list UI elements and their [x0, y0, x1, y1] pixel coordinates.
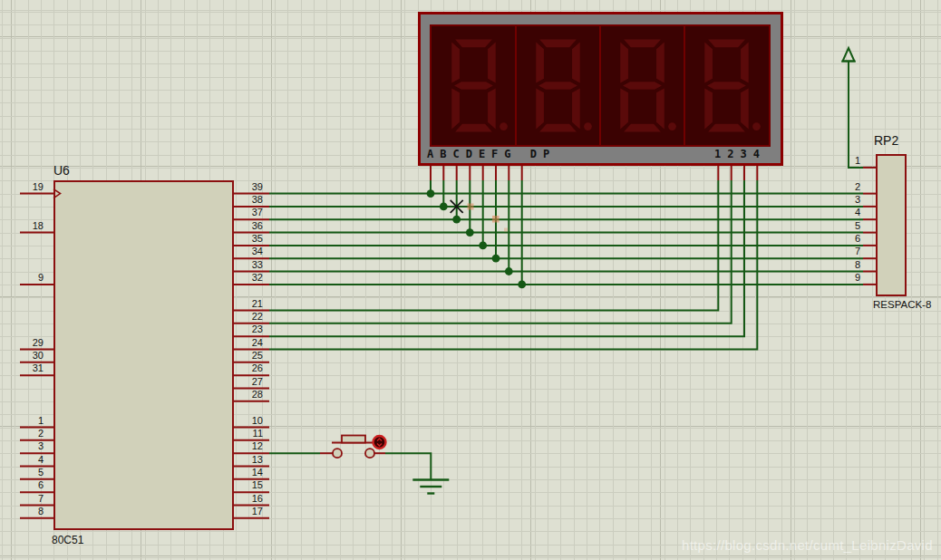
pin-number: 7	[830, 246, 860, 256]
pin-number: 5	[7, 467, 44, 478]
junction-dot	[427, 189, 435, 198]
pin-number: 9	[830, 272, 860, 283]
pin-number: 4	[830, 207, 860, 217]
pin-number: 9	[7, 272, 44, 283]
display-segment-labels: ABCDEFG DP	[427, 148, 556, 160]
clock-input-icon	[53, 189, 61, 198]
highlight-artifact	[468, 204, 474, 210]
pin-number: 1	[7, 415, 44, 426]
power-symbol[interactable]	[843, 48, 855, 62]
pin-number: 18	[7, 220, 44, 231]
mcu-part-label: 80C51	[52, 535, 83, 546]
junction-dot	[466, 228, 474, 237]
pin-number: 6	[7, 479, 44, 490]
pin-number: 13	[236, 454, 263, 465]
pin-number: 31	[7, 362, 44, 373]
button-contact[interactable]	[365, 449, 374, 458]
wiring-layer	[0, 0, 941, 560]
pin-number: 6	[830, 233, 860, 244]
pin-number: 14	[236, 467, 263, 478]
pin-number: 3	[830, 194, 860, 205]
pin-number: 3	[7, 440, 44, 451]
wire[interactable]	[849, 62, 863, 168]
junction-dot	[518, 281, 526, 289]
pin-number: 16	[236, 493, 263, 504]
pin-number: 24	[236, 337, 263, 348]
pin-number: 26	[236, 362, 263, 373]
pin-number: 30	[7, 350, 44, 361]
pin-number: 12	[236, 440, 263, 451]
junction-dot	[452, 216, 461, 224]
pin-number: 38	[236, 194, 263, 205]
pin-number: 15	[236, 479, 263, 490]
pin-number: 29	[7, 337, 44, 348]
pin-number: 23	[236, 323, 263, 334]
junction-dot	[479, 242, 487, 250]
button-cap[interactable]	[342, 436, 365, 443]
pin-number: 7	[7, 493, 44, 504]
watermark: https://blog.csdn.net/cumt_LeibnizDavid	[682, 537, 933, 553]
wire[interactable]	[385, 453, 431, 479]
pin-number: 11	[236, 428, 263, 439]
pin-number: 8	[7, 506, 44, 517]
respack-reference-label: RP2	[874, 134, 898, 148]
pin-number: 10	[236, 415, 263, 426]
pin-number: 5	[830, 220, 860, 231]
highlight-artifact	[504, 228, 508, 232]
pin-number: 36	[236, 220, 263, 231]
pin-number: 32	[236, 272, 263, 283]
highlight-artifact	[492, 216, 500, 223]
pin-number: 27	[236, 376, 263, 387]
pin-number: 21	[236, 298, 263, 309]
respack-part-label: RESPACK-8	[873, 299, 931, 311]
pin-number: 35	[236, 233, 263, 244]
pin-number: 17	[236, 506, 263, 517]
pin-number: 28	[236, 389, 263, 400]
button-contact[interactable]	[333, 449, 342, 458]
pin-number: 19	[7, 181, 44, 192]
pin-number: 8	[830, 259, 860, 270]
junction-dot	[505, 267, 513, 275]
mcu-reference-label: U6	[53, 164, 70, 178]
pin-number: 22	[236, 311, 263, 322]
pin-number: 2	[830, 181, 860, 192]
pin-number: 37	[236, 207, 263, 217]
schematic-canvas[interactable]: U6 80C51 ABCDEFG DP 1234 RP2 RESPACK-8 h…	[0, 0, 941, 560]
pin-number: 4	[7, 454, 44, 465]
pin-number: 39	[236, 181, 263, 192]
junction-dot	[440, 203, 448, 211]
wire[interactable]	[269, 180, 732, 323]
display-digit-select-labels: 1234	[714, 148, 766, 160]
pin-number: 1	[830, 155, 860, 166]
junction-dot	[492, 255, 500, 263]
pin-number: 34	[236, 246, 263, 256]
pin-number: 33	[236, 259, 263, 270]
pin-number: 25	[236, 350, 263, 361]
pin-number: 2	[7, 428, 44, 439]
